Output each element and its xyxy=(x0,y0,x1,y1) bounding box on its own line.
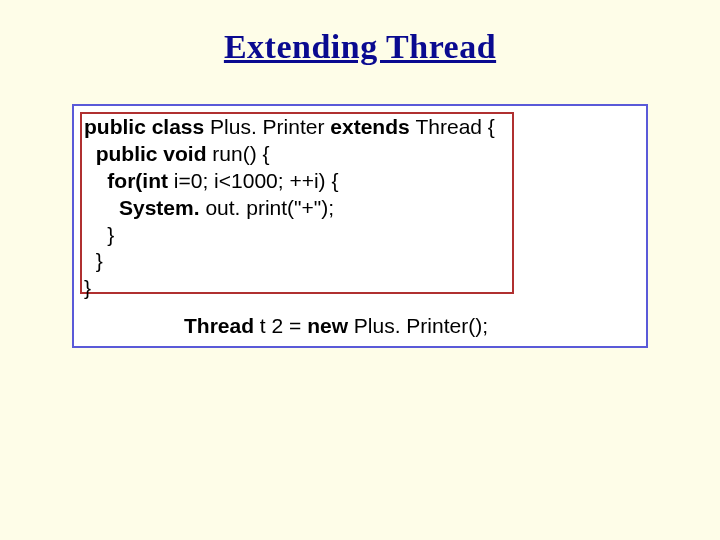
code-line-6: } xyxy=(84,248,636,275)
kw-new: new xyxy=(307,314,354,337)
code-line-4: System. out. print("+"); xyxy=(84,195,636,222)
class-name: Plus. Printer xyxy=(210,115,330,138)
kw-extends: extends xyxy=(330,115,415,138)
slide: Extending Thread public class Plus. Prin… xyxy=(0,0,720,540)
slide-title: Extending Thread xyxy=(50,28,670,66)
super-name: Thread { xyxy=(415,115,494,138)
code-line-7: } xyxy=(84,275,636,302)
kw-public-void: public void xyxy=(84,142,212,165)
kw-system: System. xyxy=(84,196,205,219)
for-cond: i=0; i<1000; ++i) { xyxy=(174,169,339,192)
var-t2: t 2 = xyxy=(260,314,307,337)
print-call: out. print("+"); xyxy=(205,196,334,219)
code-line-3: for(int i=0; i<1000; ++i) { xyxy=(84,168,636,195)
code-outer-box: public class Plus. Printer extends Threa… xyxy=(72,104,648,348)
method-run: run() { xyxy=(212,142,269,165)
code-area: public class Plus. Printer extends Threa… xyxy=(72,104,648,348)
kw-public-class: public class xyxy=(84,115,210,138)
kw-thread: Thread xyxy=(184,314,260,337)
code-line-1: public class Plus. Printer extends Threa… xyxy=(84,114,636,141)
kw-for-int: for(int xyxy=(84,169,174,192)
ctor-call: Plus. Printer(); xyxy=(354,314,488,337)
instantiate-line: Thread t 2 = new Plus. Printer(); xyxy=(184,314,488,338)
code-line-5: } xyxy=(84,222,636,249)
code-block: public class Plus. Printer extends Threa… xyxy=(82,112,638,304)
code-line-2: public void run() { xyxy=(84,141,636,168)
